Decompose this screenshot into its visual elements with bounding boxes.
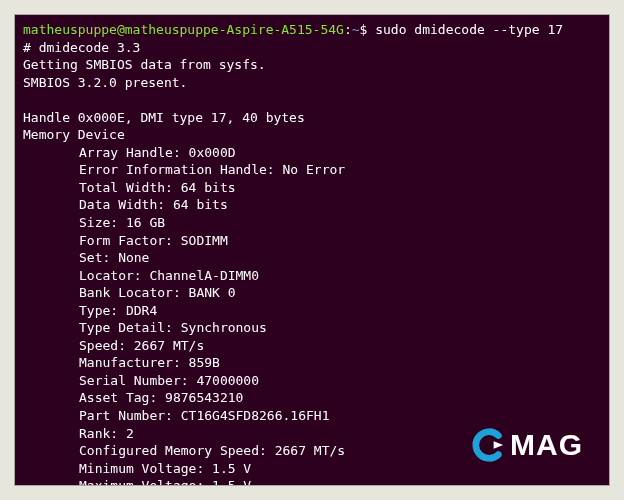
prompt-line: matheuspuppe@matheuspuppe-Aspire-A515-54… bbox=[23, 21, 601, 39]
command-text: sudo dmidecode --type 17 bbox=[375, 22, 563, 37]
field-locator: Locator: ChannelA-DIMM0 bbox=[23, 267, 601, 285]
field-part-number: Part Number: CT16G4SFD8266.16FH1 bbox=[23, 407, 601, 425]
prompt-separator: : bbox=[344, 22, 352, 37]
field-type: Type: DDR4 bbox=[23, 302, 601, 320]
field-error-info: Error Information Handle: No Error bbox=[23, 161, 601, 179]
field-asset-tag: Asset Tag: 9876543210 bbox=[23, 389, 601, 407]
field-set: Set: None bbox=[23, 249, 601, 267]
field-manufacturer: Manufacturer: 859B bbox=[23, 354, 601, 372]
output-source: Getting SMBIOS data from sysfs. bbox=[23, 56, 601, 74]
handle-line: Handle 0x000E, DMI type 17, 40 bytes bbox=[23, 109, 601, 127]
field-array-handle: Array Handle: 0x000D bbox=[23, 144, 601, 162]
field-speed: Speed: 2667 MT/s bbox=[23, 337, 601, 355]
field-max-voltage: Maximum Voltage: 1.5 V bbox=[23, 477, 601, 486]
field-total-width: Total Width: 64 bits bbox=[23, 179, 601, 197]
output-version: # dmidecode 3.3 bbox=[23, 39, 601, 57]
field-serial: Serial Number: 47000000 bbox=[23, 372, 601, 390]
field-rank: Rank: 2 bbox=[23, 425, 601, 443]
prompt-symbol: $ bbox=[360, 22, 368, 37]
field-form-factor: Form Factor: SODIMM bbox=[23, 232, 601, 250]
blank-line bbox=[23, 91, 601, 109]
field-min-voltage: Minimum Voltage: 1.5 V bbox=[23, 460, 601, 478]
field-data-width: Data Width: 64 bits bbox=[23, 196, 601, 214]
prompt-path: ~ bbox=[352, 22, 360, 37]
section-title: Memory Device bbox=[23, 126, 601, 144]
prompt-user-host: matheuspuppe@matheuspuppe-Aspire-A515-54… bbox=[23, 22, 344, 37]
field-type-detail: Type Detail: Synchronous bbox=[23, 319, 601, 337]
field-size: Size: 16 GB bbox=[23, 214, 601, 232]
field-bank-locator: Bank Locator: BANK 0 bbox=[23, 284, 601, 302]
output-smbios: SMBIOS 3.2.0 present. bbox=[23, 74, 601, 92]
field-cfg-speed: Configured Memory Speed: 2667 MT/s bbox=[23, 442, 601, 460]
terminal-window[interactable]: matheuspuppe@matheuspuppe-Aspire-A515-54… bbox=[14, 14, 610, 486]
